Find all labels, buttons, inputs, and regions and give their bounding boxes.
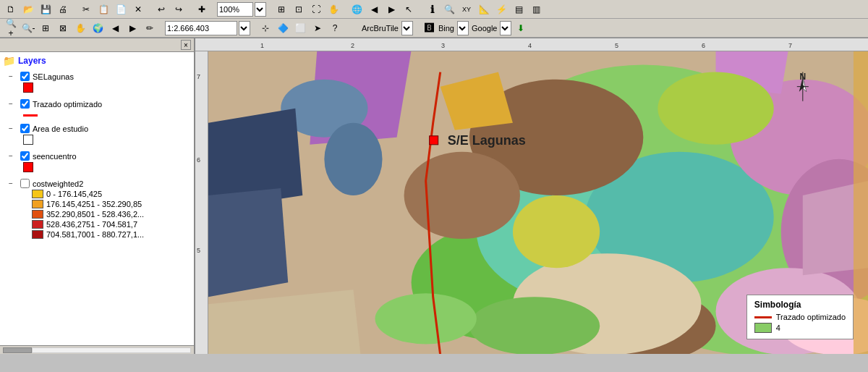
- map-canvas[interactable]: S/E Lagunas N Simbología: [208, 51, 868, 354]
- google-select[interactable]: ▾: [500, 21, 511, 35]
- identify-button[interactable]: ℹ: [424, 1, 440, 17]
- cut-button[interactable]: ✂: [78, 1, 94, 17]
- check-costweighted[interactable]: [20, 179, 30, 188]
- ruler-h-tick-5: 5: [615, 42, 618, 49]
- legend-box-label-1: Trazado optimizado: [776, 313, 846, 321]
- bing-select[interactable]: ▾: [457, 21, 469, 35]
- pan2-button[interactable]: ✋: [72, 20, 88, 36]
- html-button[interactable]: ▤: [511, 1, 527, 17]
- attr-button[interactable]: ▥: [528, 1, 544, 17]
- layer-item-area: − Area de estudio: [0, 122, 194, 149]
- zoom-selected-button[interactable]: ⊡: [291, 1, 307, 17]
- open-button[interactable]: 📂: [20, 1, 36, 17]
- layer-name-area: Area de estudio: [33, 124, 88, 133]
- ruler-v-tick-5: 5: [197, 247, 200, 254]
- toolbars: 🗋 📂 💾 🖨 ✂ 📋 📄 ✕ ↩ ↪ ✚ 100% ▾ ⊞ ⊡ ⛶ ✋ 🌐 ◀…: [0, 0, 868, 38]
- globe-button[interactable]: 🌍: [90, 20, 106, 36]
- expand-area[interactable]: −: [9, 124, 17, 132]
- magnify-button[interactable]: ⊞: [38, 20, 54, 36]
- measure-button[interactable]: XY: [459, 1, 475, 17]
- delete-button[interactable]: ✕: [130, 1, 146, 17]
- red-square-icon: [23, 83, 33, 93]
- expand-seencuentro[interactable]: −: [9, 152, 17, 160]
- bing-icon: 🅱: [423, 22, 435, 33]
- ruler-vertical: 7 6 5: [195, 51, 208, 354]
- layers-panel[interactable]: 📁 Layers − SELagunas − Trazad: [0, 52, 194, 345]
- ruler-h-tick-1: 1: [260, 42, 264, 49]
- help-button[interactable]: ?: [327, 20, 343, 36]
- check-selagunas[interactable]: [20, 72, 30, 81]
- add-data-button[interactable]: ✚: [194, 1, 210, 17]
- 3d-button[interactable]: 🔷: [275, 20, 291, 36]
- legend-line-symbol: [754, 316, 772, 318]
- empty-square-icon: [23, 135, 33, 145]
- zoom-out-button[interactable]: 🔍-: [20, 20, 36, 36]
- xy-button[interactable]: 📐: [476, 1, 492, 17]
- download-button[interactable]: ⬇: [513, 20, 529, 36]
- legend-box-item-1: Trazado optimizado: [754, 313, 846, 321]
- legend-label-2: 176.145,4251 - 352.290,85: [46, 200, 142, 208]
- check-area[interactable]: [20, 124, 30, 133]
- layer-row-costweighted: − costweighted2: [9, 178, 191, 189]
- zoom-select[interactable]: ▾: [255, 2, 266, 17]
- zoom-full2-button[interactable]: ⊠: [55, 20, 71, 36]
- new-button[interactable]: 🗋: [3, 1, 19, 17]
- zoom-full-button[interactable]: ⊞: [273, 1, 289, 17]
- copy-button[interactable]: 📋: [95, 1, 111, 17]
- legend-item-1: 0 - 176.145,425: [9, 189, 191, 199]
- legend-label-5: 704.581,7001 - 880.727,1...: [46, 230, 144, 239]
- check-trazado[interactable]: [20, 99, 30, 109]
- ruler-h-tick-3: 3: [441, 42, 445, 49]
- check-seencuentro[interactable]: [20, 151, 30, 161]
- svg-point-19: [513, 195, 600, 268]
- paste-button[interactable]: 📄: [113, 1, 129, 17]
- back-button[interactable]: ◀: [366, 1, 382, 17]
- zoom-extent-button[interactable]: ⛶: [308, 1, 324, 17]
- layers-title-row: 📁 Layers: [0, 52, 194, 69]
- forward2-button[interactable]: ▶: [124, 20, 140, 36]
- layer-item-trazado: − Trazado optimizado: [0, 97, 194, 122]
- zoom-input[interactable]: 100%: [217, 2, 253, 17]
- legend-box: Simbología Trazado optimizado 4: [746, 295, 854, 339]
- map-area[interactable]: 1 2 3 4 5 6 7 7 6 5: [195, 38, 868, 354]
- sidebar-close-button[interactable]: ×: [181, 40, 191, 50]
- arctile-select[interactable]: ▾: [401, 21, 413, 35]
- legend-fill-symbol: [754, 323, 772, 333]
- legend-item-3: 352.290,8501 - 528.436,2...: [9, 209, 191, 219]
- sidebar: × 📁 Layers − SELagunas: [0, 38, 195, 354]
- expand-selagunas[interactable]: −: [9, 72, 17, 80]
- scale-select[interactable]: ▾: [239, 21, 250, 35]
- pan-button[interactable]: ✋: [326, 1, 341, 17]
- scale-input[interactable]: 1:2.666.403: [165, 21, 237, 35]
- layer-item-selagunas: − SELagunas: [0, 69, 194, 97]
- select-button[interactable]: ↖: [401, 1, 417, 17]
- expand-trazado[interactable]: −: [9, 100, 17, 108]
- redo-button[interactable]: ↪: [171, 1, 187, 17]
- ruler-h-tick-2: 2: [351, 42, 354, 49]
- main-area: × 📁 Layers − SELagunas: [0, 38, 868, 354]
- zoom-in-button[interactable]: 🔍+: [3, 20, 19, 36]
- expand-costweighted[interactable]: −: [9, 179, 17, 187]
- toolbar-row-1: 🗋 📂 💾 🖨 ✂ 📋 📄 ✕ ↩ ↪ ✚ 100% ▾ ⊞ ⊡ ⛶ ✋ 🌐 ◀…: [0, 0, 868, 19]
- box-button[interactable]: ⬜: [292, 20, 308, 36]
- layer-row-trazado: − Trazado optimizado: [9, 98, 191, 109]
- ruler-h-tick-4: 4: [528, 42, 532, 49]
- back2-button[interactable]: ◀: [107, 20, 123, 36]
- arrow-button[interactable]: ➤: [310, 20, 326, 36]
- forward-button[interactable]: ▶: [383, 1, 399, 17]
- flash-button[interactable]: ⚡: [493, 1, 509, 17]
- print-button[interactable]: 🖨: [55, 1, 71, 17]
- find-button[interactable]: 🔍: [441, 1, 457, 17]
- arctile-label: ArcBruTile: [360, 24, 400, 33]
- save-button[interactable]: 💾: [38, 1, 54, 17]
- world-button[interactable]: 🌐: [349, 1, 365, 17]
- layer-item-seencuentro: − seencuentro: [0, 149, 194, 177]
- snap-button[interactable]: ⊹: [258, 20, 273, 36]
- undo-button[interactable]: ↩: [153, 1, 169, 17]
- symbol-trazado: [23, 110, 38, 119]
- svg-point-17: [375, 293, 477, 344]
- sidebar-scrollbar[interactable]: [0, 345, 194, 354]
- layer-name-selagunas: SELagunas: [33, 72, 74, 81]
- svg-point-16: [469, 297, 600, 354]
- edit-button[interactable]: ✏: [142, 20, 158, 36]
